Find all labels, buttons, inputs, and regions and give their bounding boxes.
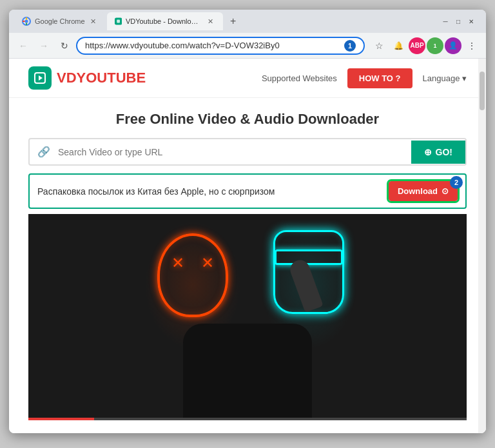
notifications-button[interactable]: 🔔 xyxy=(389,37,407,55)
video-scene xyxy=(28,214,467,420)
main-content: Free Online Video & Audio Downloader 🔗 ⊕… xyxy=(9,98,486,433)
star-icon: ☆ xyxy=(375,41,383,51)
bookmark-button[interactable]: ☆ xyxy=(370,37,388,55)
svg-point-1 xyxy=(25,20,28,23)
browser-window: Google Chrome ✕ VDYoutube - Download Vid… xyxy=(9,10,486,433)
body-silhouette xyxy=(183,324,312,420)
address-bar-row: ← → ↻ 1 ☆ 🔔 ABP 1 👤 ⋮ xyxy=(9,33,486,59)
address-input[interactable] xyxy=(85,41,342,50)
tab-chrome-title: Google Chrome xyxy=(35,17,85,25)
avatar-profile[interactable]: 👤 xyxy=(445,37,461,54)
maximize-button[interactable]: □ xyxy=(454,17,463,26)
glasses xyxy=(275,249,343,265)
window-controls: ─ □ ✕ xyxy=(441,17,476,26)
back-icon: ← xyxy=(19,41,28,51)
scrollbar-thumb[interactable] xyxy=(480,72,485,110)
logo-youtube: YOUTUBE xyxy=(77,70,146,86)
avatar-user[interactable]: 1 xyxy=(427,37,443,54)
go-icon: ⊕ xyxy=(424,147,432,157)
menu-icon: ⋮ xyxy=(467,41,476,51)
avatar-abp[interactable]: ABP xyxy=(409,37,425,54)
download-button[interactable]: Download ⊙ xyxy=(389,181,458,201)
reload-button[interactable]: ↻ xyxy=(55,37,73,55)
logo-area: VDYOUTUBE xyxy=(28,66,146,90)
forward-icon: → xyxy=(39,41,48,51)
website-content: VDYOUTUBE Supported Websites HOW TO ? La… xyxy=(9,59,486,433)
logo-svg-icon xyxy=(34,72,46,84)
language-button[interactable]: Language ▾ xyxy=(423,73,467,83)
bell-icon: 🔔 xyxy=(394,41,403,50)
tab-chrome-close[interactable]: ✕ xyxy=(89,17,98,26)
svg-marker-5 xyxy=(39,75,43,81)
video-result-row: Распаковка посылок из Китая без Apple, н… xyxy=(28,173,467,209)
video-progress-fill xyxy=(28,418,94,420)
supported-websites-link[interactable]: Supported Websites xyxy=(262,73,337,83)
back-button[interactable]: ← xyxy=(14,37,32,55)
address-bar-container[interactable]: 1 xyxy=(76,37,365,55)
minimize-button[interactable]: ─ xyxy=(441,17,450,26)
tabs-bar: Google Chrome ✕ VDYoutube - Download Vid… xyxy=(14,12,438,30)
tab-vdyoutube-title: VDYoutube - Download Video: xyxy=(126,17,202,25)
title-bar: Google Chrome ✕ VDYoutube - Download Vid… xyxy=(9,10,486,33)
tab-vdyoutube[interactable]: VDYoutube - Download Video: ✕ xyxy=(107,12,223,30)
page-title: Free Online Video & Audio Downloader xyxy=(28,111,467,128)
left-mask xyxy=(157,233,228,317)
toolbar-icons: ☆ 🔔 ABP 1 👤 ⋮ xyxy=(370,37,481,55)
forward-button[interactable]: → xyxy=(35,37,53,55)
download-icon: ⊙ xyxy=(442,186,449,196)
video-progress-bar xyxy=(28,418,467,420)
tab-vdyoutube-close[interactable]: ✕ xyxy=(206,17,215,26)
search-input[interactable] xyxy=(58,141,411,164)
menu-button[interactable]: ⋮ xyxy=(463,37,481,55)
logo-text: VDYOUTUBE xyxy=(57,70,146,86)
search-bar: 🔗 ⊕ GO! xyxy=(28,138,467,166)
tab-chrome[interactable]: Google Chrome ✕ xyxy=(14,12,106,30)
logo-vd: VD xyxy=(57,70,77,86)
site-nav: Supported Websites HOW TO ? Language ▾ xyxy=(262,68,467,88)
search-link-icon: 🔗 xyxy=(30,139,58,164)
reload-icon: ↻ xyxy=(61,41,68,51)
how-to-button[interactable]: HOW TO ? xyxy=(347,68,412,88)
step-2-badge: 2 xyxy=(450,176,463,189)
video-thumbnail-area[interactable] xyxy=(28,214,467,420)
scrollbar[interactable] xyxy=(478,59,486,433)
scene-container xyxy=(119,220,376,414)
site-header: VDYOUTUBE Supported Websites HOW TO ? La… xyxy=(9,59,486,98)
go-button[interactable]: ⊕ GO! xyxy=(411,141,465,164)
vdyoutube-favicon-icon xyxy=(115,17,122,26)
logo-icon xyxy=(28,66,52,90)
chrome-favicon-icon xyxy=(22,17,31,26)
video-title: Распаковка посылок из Китая без Apple, н… xyxy=(37,186,275,197)
step-1-badge: 1 xyxy=(344,40,356,52)
new-tab-button[interactable]: + xyxy=(224,12,242,30)
svg-rect-3 xyxy=(117,20,120,23)
close-button[interactable]: ✕ xyxy=(467,17,476,26)
